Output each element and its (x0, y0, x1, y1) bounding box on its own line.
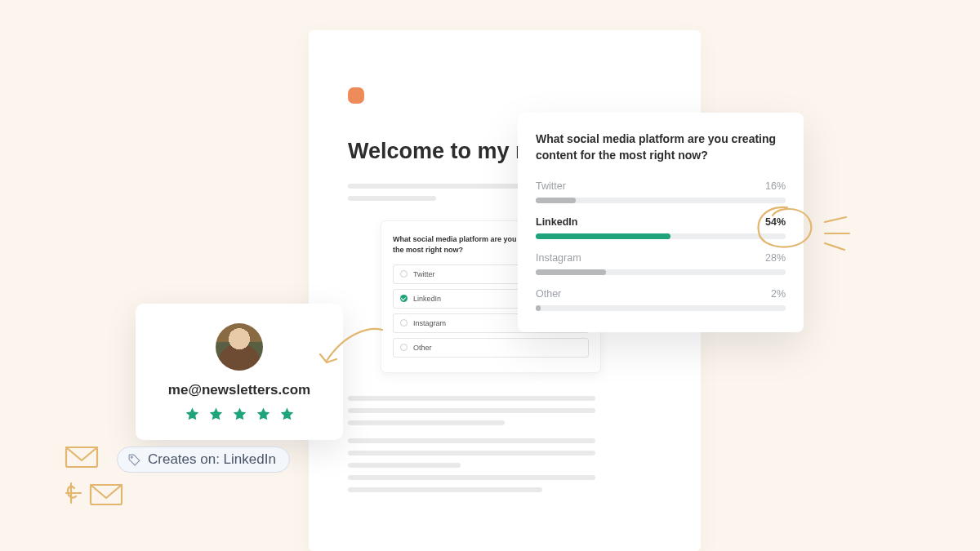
poll-option-other[interactable]: Other (393, 338, 589, 358)
body-placeholder-lines (348, 396, 662, 492)
star-icon (185, 407, 200, 422)
result-label: Twitter (536, 180, 566, 192)
subscriber-email: me@newsletters.com (152, 382, 327, 398)
highlight-circle-icon (751, 201, 818, 253)
results-question: What social media platform are you creat… (536, 131, 786, 164)
star-rating (152, 407, 327, 422)
poll-option-label: Other (413, 344, 432, 352)
result-pct: 2% (771, 288, 786, 300)
result-row-instagram: Instagram 28% (536, 252, 786, 275)
tag-label: Creates on: LinkedIn (148, 451, 276, 468)
poll-option-label: Instagram (413, 319, 446, 327)
subscriber-tag[interactable]: Creates on: LinkedIn (117, 447, 290, 473)
radio-icon (400, 344, 408, 351)
star-icon (232, 407, 247, 422)
burst-lines-icon (822, 214, 861, 253)
star-icon (208, 407, 224, 422)
radio-icon (400, 270, 408, 278)
brand-logo (348, 87, 364, 104)
poll-option-label: LinkedIn (413, 295, 441, 303)
radio-selected-icon (400, 295, 408, 302)
result-row-twitter: Twitter 16% (536, 180, 786, 203)
result-label: LinkedIn (536, 216, 577, 228)
result-row-linkedin: LinkedIn 54% (536, 216, 786, 239)
result-label: Other (536, 288, 561, 300)
avatar (216, 323, 263, 371)
result-pct: 16% (765, 180, 786, 192)
star-icon (256, 407, 271, 422)
result-pct: 28% (765, 252, 786, 264)
result-row-other: Other 2% (536, 288, 786, 311)
radio-icon (400, 319, 408, 327)
envelope-doodle-icon (63, 442, 136, 520)
star-icon (279, 407, 295, 422)
poll-option-label: Twitter (413, 270, 435, 278)
result-label: Instagram (536, 252, 581, 264)
arrow-doodle-icon (312, 325, 385, 378)
